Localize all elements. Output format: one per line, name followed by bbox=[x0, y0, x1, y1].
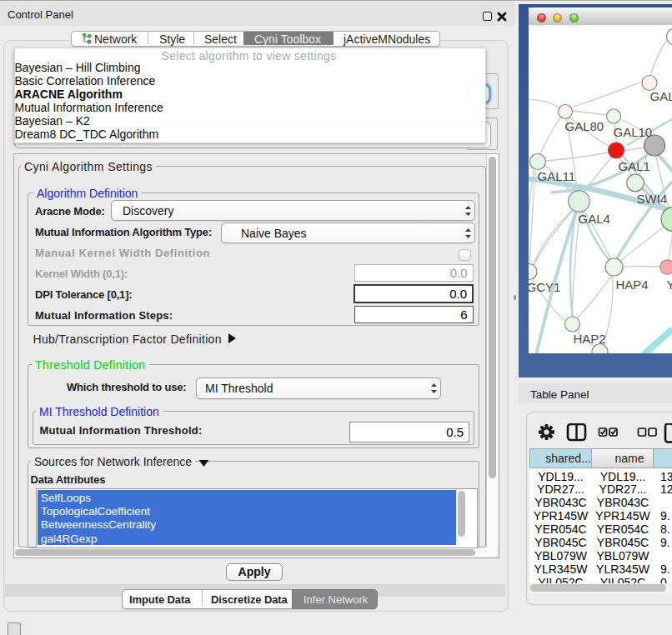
svg-text:SWI4: SWI4 bbox=[636, 192, 667, 206]
svg-text:GAL10: GAL10 bbox=[613, 125, 652, 139]
svg-text:GAL4: GAL4 bbox=[578, 212, 609, 226]
svg-text:HAP4: HAP4 bbox=[615, 278, 648, 292]
svg-text:GAL1: GAL1 bbox=[618, 159, 649, 173]
svg-text:GCY1: GCY1 bbox=[529, 280, 560, 294]
svg-text:GAL11: GAL11 bbox=[537, 169, 575, 183]
svg-text:GAL80: GAL80 bbox=[564, 119, 604, 133]
svg-text:GAL2: GAL2 bbox=[649, 89, 672, 103]
svg-text:YE: YE bbox=[666, 278, 672, 292]
svg-text:HAP2: HAP2 bbox=[573, 332, 605, 346]
